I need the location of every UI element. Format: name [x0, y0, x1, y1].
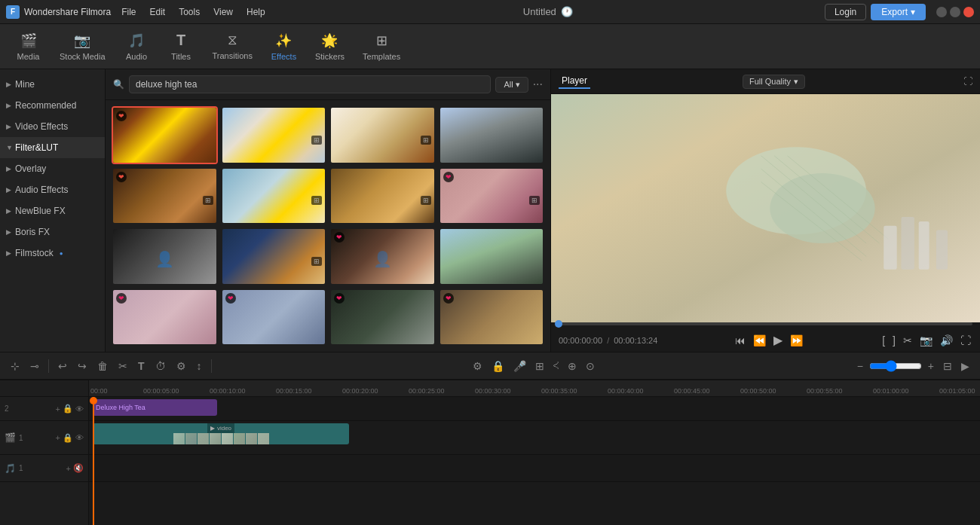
track-1-lock-button[interactable]: 🔒 [63, 433, 73, 443]
sidebar-item-newblue-fx[interactable]: ▶ NewBlue FX [0, 200, 105, 221]
more-options-button[interactable]: ··· [533, 78, 543, 91]
sidebar-item-filmstock[interactable]: ▶ Filmstock ● [0, 243, 105, 264]
timeline-undo-button[interactable]: ↩ [55, 359, 70, 374]
fullscreen-icon[interactable]: ⛶ [963, 76, 972, 87]
mark-out-button[interactable]: ] [891, 333, 897, 348]
effect-cold-mountains[interactable]: Cold Mountains [439, 106, 545, 164]
rewind-button[interactable]: ⏮ [733, 333, 747, 348]
tool-effects[interactable]: ✨ Effects [263, 28, 305, 66]
search-input[interactable] [129, 75, 491, 93]
timeline-blade-tool[interactable]: ⊸ [27, 359, 42, 374]
timeline-select-tool[interactable]: ⊹ [8, 359, 23, 374]
zoom-out-button[interactable]: − [854, 359, 866, 374]
timeline-delete-button[interactable]: 🗑 [94, 359, 111, 374]
effect-magnificent-mountains[interactable]: Magnificent Mountai... [439, 227, 545, 285]
sidebar-item-video-effects[interactable]: ▶ Video Effects [0, 116, 105, 137]
timeline-layers-button[interactable]: ⊞ [532, 359, 547, 374]
tool-templates[interactable]: ⊞ Templates [355, 28, 408, 66]
zoom-slider[interactable] [869, 360, 922, 372]
track-2-add-button[interactable]: + [56, 404, 60, 414]
timeline-adjust-button[interactable]: ⚙ [173, 359, 189, 374]
effect-exquisite-cakes[interactable]: ⊞ Exquisite Cakes [329, 106, 436, 164]
track-label-2: 2 + 🔒 👁 [0, 397, 88, 421]
effect-more2[interactable]: ❤ Effect 14 [221, 288, 327, 346]
timeline-lock-button[interactable]: 🔒 [488, 359, 507, 374]
timeline-settings-button[interactable]: ⚙ [470, 359, 485, 374]
audio-track-add-button[interactable]: + [66, 463, 71, 473]
video-clip[interactable]: ▶ video [93, 423, 349, 444]
crop-button[interactable]: ✂ [902, 333, 914, 348]
expand-button[interactable]: ▶ [958, 359, 972, 374]
timeline-cut-button[interactable]: ✂ [115, 359, 130, 374]
effect-portrait-lut[interactable]: 👤 ❤ Portrait LUT Pack Filt... [329, 227, 436, 285]
timeline-redo-button[interactable]: ↪ [75, 359, 90, 374]
filmstock-badge: ● [60, 250, 63, 257]
sidebar-item-mine[interactable]: ▶ Mine [0, 74, 105, 95]
sidebar-item-filter-lut[interactable]: ▼ Filter&LUT [0, 137, 105, 158]
grid-view-button[interactable]: ⊟ [940, 359, 955, 374]
sidebar-item-audio-effects[interactable]: ▶ Audio Effects [0, 179, 105, 200]
fullscreen-button[interactable]: ⛶ [959, 333, 972, 348]
ruler-track[interactable]: 00:00 00:00:05:00 00:00:10:00 00:00:15:0… [89, 380, 980, 396]
effect-clip-deluxe[interactable]: Deluxe High Tea [93, 399, 217, 416]
minimize-button[interactable] [936, 7, 947, 17]
track-2-eye-button[interactable]: 👁 [75, 404, 84, 414]
tool-stock-media[interactable]: 📷 Stock Media [52, 28, 113, 66]
maximize-button[interactable] [950, 7, 960, 17]
ruler-mark-3: 00:00:15:00 [276, 387, 312, 395]
timeline-mic-button[interactable]: 🎤 [510, 359, 529, 374]
mark-in-button[interactable]: [ [880, 333, 887, 348]
snapshot-button[interactable]: 📷 [918, 333, 934, 348]
effect-golden-mountains[interactable]: ⊞ Golden Mountains [329, 167, 436, 225]
volume-button[interactable]: 🔊 [939, 333, 954, 348]
timeline-insert-button[interactable]: ⊕ [565, 359, 580, 374]
effect-magazine-cover[interactable]: 👤 Magazine Cover 01 [112, 227, 218, 285]
video-clip-label: video [217, 425, 231, 432]
effect-travel-chic[interactable]: ⊞ Travel Chic Overlay 1 [221, 227, 327, 285]
tool-transitions[interactable]: ⧖ Transitions [205, 28, 260, 65]
tool-audio[interactable]: 🎵 Audio [116, 28, 158, 66]
sidebar-item-boris-fx[interactable]: ▶ Boris FX [0, 221, 105, 243]
effect-deluxe-high-tea[interactable]: ❤ Deluxe High Tea [112, 106, 218, 164]
timeline-subtitle-button[interactable]: ⊙ [583, 359, 598, 374]
timeline-more-button[interactable]: ↕ [194, 359, 205, 374]
menu-edit[interactable]: Edit [144, 5, 172, 20]
frame-5 [222, 433, 233, 444]
main-content: ▶ Mine ▶ Recommended ▶ Video Effects ▼ F… [0, 69, 980, 352]
menu-tools[interactable]: Tools [173, 5, 206, 20]
timeline-split-button[interactable]: ⧼ [550, 359, 562, 374]
step-forward-button[interactable]: ⏩ [789, 333, 804, 348]
menu-view[interactable]: View [207, 5, 239, 20]
sidebar-item-recommended[interactable]: ▶ Recommended [0, 95, 105, 116]
step-back-button[interactable]: ⏪ [752, 333, 767, 348]
effect-fresh-sushi[interactable]: ⊞ Fresh Sushi [221, 167, 327, 225]
track-1-add-button[interactable]: + [56, 433, 60, 443]
tool-stickers[interactable]: 🌟 Stickers [308, 28, 352, 66]
menu-help[interactable]: Help [240, 5, 271, 20]
timeline-text-button[interactable]: T [135, 359, 148, 374]
effect-more3[interactable]: ❤ Effect 15 [329, 288, 436, 346]
sidebar-item-overlay[interactable]: ▶ Overlay [0, 158, 105, 179]
effect-dusted-rose[interactable]: ❤ ⊞ Dusted Rose [439, 167, 545, 225]
tool-media[interactable]: 🎬 Media [8, 28, 49, 66]
login-button[interactable]: Login [825, 4, 866, 20]
timeline-timer-button[interactable]: ⏱ [152, 359, 169, 374]
effect-oak-buff[interactable]: ❤ ⊞ Oak Buff [112, 167, 218, 225]
export-button[interactable]: Export▾ [871, 4, 926, 20]
close-button[interactable] [963, 7, 974, 17]
quality-select[interactable]: Full Quality ▾ [743, 75, 805, 89]
tab-player[interactable]: Player [559, 74, 590, 89]
effect-more4[interactable]: ❤ Effect 16 [439, 288, 545, 346]
effect-more1[interactable]: ❤ Effect 13 [112, 288, 218, 346]
track-2-lock-button[interactable]: 🔒 [63, 404, 73, 414]
track-1-eye-button[interactable]: 👁 [75, 433, 84, 443]
effect-seaside-high-tea[interactable]: ⊞ Seaside High Tea [221, 106, 327, 164]
zoom-in-button[interactable]: + [925, 359, 937, 374]
audio-track-mute-button[interactable]: 🔇 [73, 463, 84, 473]
player-progress-track[interactable] [559, 322, 972, 325]
filter-dropdown[interactable]: All ▾ [495, 77, 528, 93]
tool-stickers-label: Stickers [315, 52, 345, 61]
play-button[interactable]: ▶ [772, 331, 784, 349]
tool-titles[interactable]: T Titles [161, 27, 202, 66]
menu-file[interactable]: File [115, 5, 142, 20]
